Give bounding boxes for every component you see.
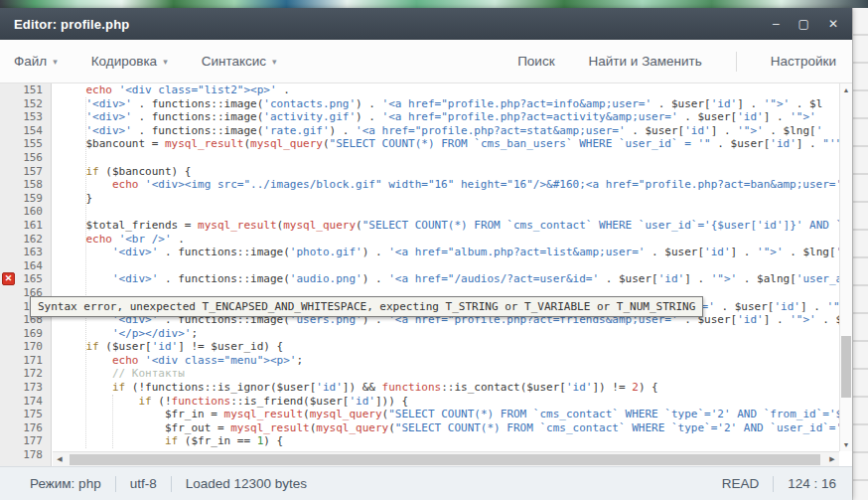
line-number: 172 <box>0 367 51 381</box>
line-number: 157 <box>0 165 51 179</box>
code-line[interactable]: echo '<div><img src="../images/block.gif… <box>60 178 839 192</box>
error-icon: ✕ <box>2 272 15 285</box>
vertical-scroll-thumb[interactable] <box>841 336 851 398</box>
menu-search-label: Поиск <box>517 54 554 69</box>
line-number: 160 <box>0 205 51 219</box>
title-bar[interactable]: Editor: profile.php – ▢ ✕ <box>0 8 852 40</box>
line-number: 159 <box>0 192 51 206</box>
menu-file-label: Файл <box>14 54 47 69</box>
status-bar: Режим: php utf-8 Loaded 12300 bytes READ… <box>0 466 852 500</box>
minimize-icon[interactable]: – <box>773 18 780 30</box>
code-line[interactable]: '<div>' . functions::image('contacts.png… <box>60 97 839 111</box>
line-number: 156 <box>0 151 51 165</box>
line-number: 152 <box>0 97 51 111</box>
code-line[interactable]: if ($user['id'] != $user_id) { <box>60 340 839 354</box>
menu-find-replace-label: Найти и Заменить <box>589 54 702 69</box>
desktop-background <box>0 0 868 8</box>
code-line[interactable]: if (!functions::is_ignor($user['id']) &&… <box>60 381 839 395</box>
line-number: 178 <box>0 448 51 462</box>
status-read: READ <box>722 476 760 491</box>
line-number: 171 <box>0 354 51 368</box>
status-divider <box>171 476 172 492</box>
code-line[interactable] <box>60 205 839 219</box>
code-line[interactable]: '</p></div>'; <box>60 327 839 341</box>
code-line[interactable]: echo '<br />' . <box>60 233 839 247</box>
menu-encoding[interactable]: Кодировка▾ <box>91 54 168 69</box>
editor-window: Editor: profile.php – ▢ ✕ Файл▾Кодировка… <box>0 8 852 500</box>
menu-divider <box>736 52 737 72</box>
close-icon[interactable]: ✕ <box>828 18 838 30</box>
code-line[interactable]: $bancount = mysql_result(mysql_query("SE… <box>60 137 839 151</box>
screen: Editor: profile.php – ▢ ✕ Файл▾Кодировка… <box>0 0 868 500</box>
status-cursor-position: 124 : 16 <box>788 476 836 491</box>
code-line[interactable]: $total_friends = mysql_result(mysql_quer… <box>60 219 839 233</box>
scroll-right-icon[interactable]: ▶ <box>825 452 839 466</box>
code-line[interactable]: } <box>60 192 839 206</box>
status-mode: Режим: php <box>30 476 101 491</box>
line-number: 163 <box>0 246 51 259</box>
menu-search[interactable]: Поиск <box>517 54 554 69</box>
line-number-gutter: 1511521531541551561571581591601611621631… <box>0 83 52 466</box>
code-line[interactable]: $fr_in = mysql_result(mysql_query("SELEC… <box>60 408 839 421</box>
code-line[interactable]: '<div>' . functions::image('photo.gif') … <box>60 246 839 259</box>
chevron-down-icon: ▾ <box>272 57 277 67</box>
line-number: 151 <box>0 83 51 97</box>
line-number: 174 <box>0 395 51 409</box>
menu-left-group: Файл▾Кодировка▾Синтаксис▾ <box>14 54 277 69</box>
line-number: 155 <box>0 137 51 151</box>
line-number: 154 <box>0 124 51 138</box>
chevron-down-icon: ▾ <box>53 57 58 67</box>
code-line[interactable]: '<div>' . functions::image('audio.png') … <box>60 272 839 286</box>
syntax-error-tooltip: Syntax error, unexpected T_ENCAPSED_AND_… <box>30 296 703 317</box>
code-line[interactable]: echo '<div class="menu"><p>'; <box>60 354 839 368</box>
line-number: 169 <box>0 327 51 341</box>
code-line[interactable]: // Контакты <box>60 367 839 381</box>
menu-settings-label: Настройки <box>771 54 836 69</box>
background-window-sliver <box>852 8 868 500</box>
status-divider <box>115 476 116 492</box>
code-line[interactable] <box>60 151 839 165</box>
menu-encoding-label: Кодировка <box>91 54 157 69</box>
line-number: 175 <box>0 408 51 421</box>
maximize-icon[interactable]: ▢ <box>798 18 809 30</box>
menu-right-group: ПоискНайти и ЗаменитьНастройки <box>517 52 838 72</box>
window-title: Editor: profile.php <box>14 17 129 32</box>
status-encoding: utf-8 <box>130 476 157 491</box>
line-number: 177 <box>0 434 51 448</box>
code-line[interactable]: if (!functions::is_friend($user['id'])) … <box>60 395 839 409</box>
line-number: 153 <box>0 110 51 124</box>
status-divider <box>773 476 774 492</box>
line-number: 173 <box>0 381 51 395</box>
line-number: 161 <box>0 219 51 233</box>
status-loaded: Loaded 12300 bytes <box>186 476 307 491</box>
horizontal-scroll-thumb[interactable] <box>70 454 820 465</box>
code-line[interactable]: '<div>' . functions::image('rate.gif') .… <box>60 124 839 138</box>
menu-settings[interactable]: Настройки <box>771 54 836 69</box>
line-number: 170 <box>0 340 51 354</box>
menu-find-replace[interactable]: Найти и Заменить <box>589 54 702 69</box>
code-line[interactable]: if ($bancount) { <box>60 165 839 179</box>
line-number: 158 <box>0 178 51 192</box>
code-line[interactable]: '<div>' . functions::image('activity.gif… <box>60 110 839 124</box>
menu-file[interactable]: Файл▾ <box>14 54 58 69</box>
vertical-scrollbar[interactable]: ▲ ▼ <box>839 83 852 451</box>
menu-syntax[interactable]: Синтаксис▾ <box>202 54 277 69</box>
code-line[interactable] <box>60 259 839 273</box>
line-number: 176 <box>0 421 51 435</box>
code-editor[interactable]: 1511521531541551561571581591601611621631… <box>0 83 852 466</box>
menu-syntax-label: Синтаксис <box>202 54 266 69</box>
scroll-down-icon[interactable]: ▼ <box>840 438 852 451</box>
menu-bar: Файл▾Кодировка▾Синтаксис▾ ПоискНайти и З… <box>0 40 852 83</box>
code-line[interactable]: echo '<div class="list2"><p>' . <box>60 83 839 97</box>
line-number: 162 <box>0 233 51 247</box>
code-line[interactable]: if ($fr_in == 1) { <box>60 434 839 448</box>
line-number: 164 <box>0 259 51 273</box>
chevron-down-icon: ▾ <box>163 57 168 67</box>
horizontal-scrollbar[interactable]: ◀ ▶ <box>53 451 839 466</box>
scroll-up-icon[interactable]: ▲ <box>840 83 852 96</box>
scroll-left-icon[interactable]: ◀ <box>53 452 67 466</box>
code-line[interactable]: $fr_out = mysql_result(mysql_query("SELE… <box>60 421 839 435</box>
code-text-area[interactable]: echo '<div class="list2"><p>' . '<div>' … <box>52 83 839 466</box>
